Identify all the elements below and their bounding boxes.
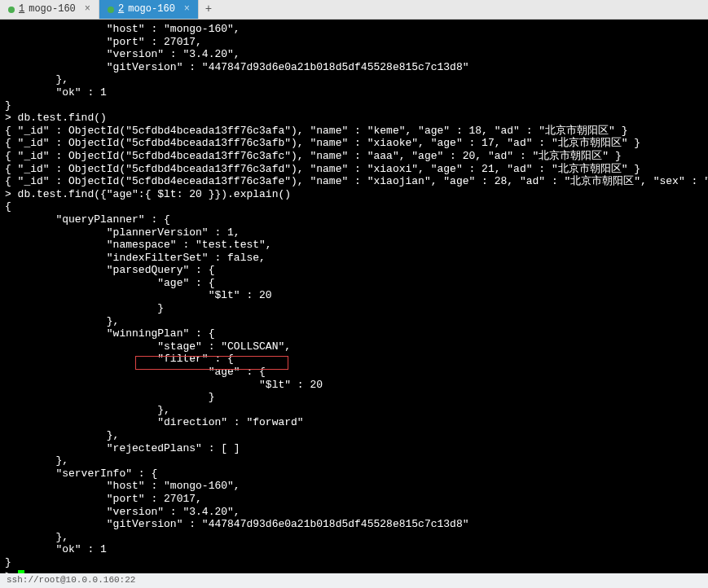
tab-label: mogo-160	[128, 3, 175, 15]
close-icon[interactable]: ×	[184, 3, 190, 15]
terminal-line: "gitVersion" : "447847d93d6e0a21b018d5df…	[5, 61, 703, 74]
terminal-line: "port" : 27017,	[5, 36, 703, 49]
status-dot-icon	[108, 7, 114, 13]
terminal-line: },	[5, 404, 703, 417]
close-icon[interactable]: ×	[85, 3, 90, 15]
terminal-line: "port" : 27017,	[5, 493, 703, 506]
add-tab-button[interactable]: +	[199, 0, 218, 19]
terminal-line: { "_id" : ObjectId("5cfdbd4bceada13ff76c…	[5, 150, 703, 163]
terminal-line: },	[5, 73, 703, 86]
tab-number: 2	[118, 3, 124, 15]
terminal-line: },	[5, 531, 703, 544]
terminal-line: },	[5, 429, 703, 442]
terminal-line: }	[5, 391, 703, 404]
terminal-prompt-line: >	[5, 569, 703, 573]
terminal-line: "rejectedPlans" : [ ]	[5, 442, 703, 455]
terminal-line: { "_id" : ObjectId("5cfdbd4bceada13ff76c…	[5, 137, 703, 150]
terminal-line: "direction" : "forward"	[5, 416, 703, 429]
terminal-line: { "_id" : ObjectId("5cfdbd4eceada13ff76c…	[5, 175, 703, 188]
terminal-line: { "_id" : ObjectId("5cfdbd4bceada13ff76c…	[5, 125, 703, 138]
terminal-line: "stage" : "COLLSCAN",	[5, 340, 703, 353]
terminal-line: }	[5, 302, 703, 315]
terminal-line: "age" : {	[5, 277, 703, 290]
status-bar: ssh://root@10.0.0.160:22	[0, 573, 708, 588]
status-dot-icon	[8, 7, 15, 13]
terminal-line: > db.test.find()	[5, 112, 703, 125]
terminal-line: },	[5, 454, 703, 467]
terminal-line: "namespace" : "test.test",	[5, 239, 703, 252]
terminal-line: "$lt" : 20	[5, 289, 703, 302]
cursor-icon	[18, 570, 24, 573]
terminal-line: "host" : "mongo-160",	[5, 480, 703, 493]
terminal[interactable]: "host" : "mongo-160", "port" : 27017, "v…	[0, 20, 708, 573]
terminal-line: { "_id" : ObjectId("5cfdbd4bceada13ff76c…	[5, 163, 703, 176]
terminal-line: }	[5, 556, 703, 569]
terminal-line: "filter" : {	[5, 353, 703, 366]
terminal-line: "parsedQuery" : {	[5, 264, 703, 277]
terminal-line: "ok" : 1	[5, 86, 703, 99]
tab-2[interactable]: 2 mogo-160 ×	[99, 0, 199, 19]
tab-label: mogo-160	[29, 3, 76, 15]
terminal-line: > db.test.find({"age":{ $lt: 20 }}).expl…	[5, 188, 703, 201]
terminal-line: "version" : "3.4.20",	[5, 506, 703, 519]
terminal-line: }	[5, 99, 703, 112]
terminal-line: "age" : {	[5, 366, 703, 379]
tab-number: 1	[19, 3, 24, 15]
terminal-line: "indexFilterSet" : false,	[5, 252, 703, 265]
terminal-line: "host" : "mongo-160",	[5, 23, 703, 36]
terminal-line: "winningPlan" : {	[5, 327, 703, 340]
terminal-line: "gitVersion" : "447847d93d6e0a21b018d5df…	[5, 518, 703, 531]
terminal-line: "queryPlanner" : {	[5, 213, 703, 226]
terminal-line: "plannerVersion" : 1,	[5, 226, 703, 239]
tab-bar: 1 mogo-160 × 2 mogo-160 × +	[0, 0, 708, 20]
terminal-line: "serverInfo" : {	[5, 467, 703, 480]
terminal-line: "version" : "3.4.20",	[5, 48, 703, 61]
tab-1[interactable]: 1 mogo-160 ×	[0, 0, 99, 19]
terminal-line: "ok" : 1	[5, 543, 703, 556]
terminal-line: "$lt" : 20	[5, 379, 703, 392]
terminal-line: {	[5, 200, 703, 213]
connection-info: ssh://root@10.0.0.160:22	[7, 575, 135, 585]
terminal-line: },	[5, 315, 703, 328]
